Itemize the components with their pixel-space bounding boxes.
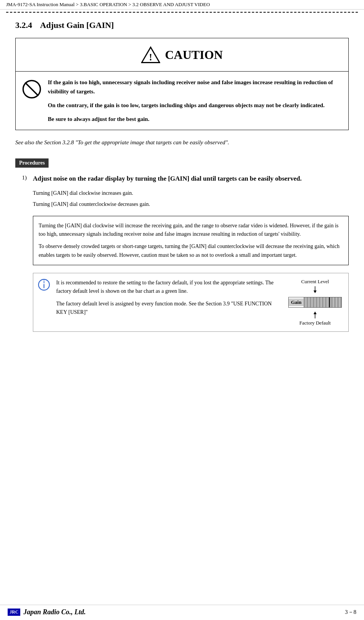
footer: JRC Japan Radio Co., Ltd. 3－8 — [0, 605, 364, 620]
factory-default-arrow — [311, 312, 319, 318]
footer-logo: JRC Japan Radio Co., Ltd. — [8, 608, 86, 616]
info-circle-icon: i — [38, 279, 50, 291]
step-note-1: Turning [GAIN] dial clockwise increases … — [33, 189, 349, 197]
svg-text:!: ! — [149, 52, 152, 62]
step-content: Adjust noise on the radar display by tur… — [33, 174, 349, 339]
step-number: 1) — [15, 174, 27, 181]
jrc-badge: JRC — [8, 609, 20, 616]
tip-box: i It is recommended to restore the setti… — [33, 273, 349, 332]
svg-marker-8 — [314, 290, 317, 293]
caution-text: If the gain is too high, unnecessary sig… — [48, 78, 342, 124]
gain-bar: Gain — [288, 297, 342, 308]
caution-title-row: ! CAUTION — [16, 38, 348, 72]
procedure-step-1: 1) Adjust noise on the radar display by … — [15, 174, 349, 339]
tip-text-col: It is recommended to restore the setting… — [55, 273, 287, 331]
info-box: Turning the [GAIN] dial clockwise will i… — [33, 216, 349, 266]
italic-note: See also the Section 3.2.8 "To get the a… — [15, 138, 349, 147]
svg-marker-9 — [314, 312, 317, 314]
current-level-label: Current Level — [301, 279, 329, 285]
svg-text:i: i — [43, 280, 45, 284]
tip-icon-col: i — [33, 273, 55, 331]
svg-line-3 — [25, 83, 39, 96]
no-symbol-icon — [22, 79, 42, 99]
gain-bar-label: Gain — [289, 299, 304, 306]
procedures-badge: Procedures — [15, 158, 349, 174]
gain-green-line — [329, 297, 330, 307]
section-header: 3.2.4 Adjust Gain [GAIN] — [15, 20, 349, 30]
caution-box: ! CAUTION If the gain is too high, unnec… — [15, 38, 349, 130]
footer-page-number: 3－8 — [345, 609, 356, 616]
footer-company-name: Japan Radio Co., Ltd. — [23, 608, 86, 616]
tip-right-col: Current Level Gain — [287, 273, 348, 331]
caution-body: If the gain is too high, unnecessary sig… — [16, 72, 348, 130]
main-content: 3.2.4 Adjust Gain [GAIN] ! CAUTION If th… — [0, 13, 364, 361]
step-note-2: Turning [GAIN] dial counterclockwise dec… — [33, 200, 349, 208]
breadcrumb: JMA-9172-SA Instruction Manual > 3.BASIC… — [0, 0, 364, 10]
current-level-arrow — [311, 286, 319, 293]
factory-default-label: Factory Default — [299, 320, 331, 326]
step-title: Adjust noise on the radar display by tur… — [33, 174, 349, 184]
gain-bar-fill — [304, 297, 341, 307]
caution-triangle-icon: ! — [141, 45, 160, 64]
caution-title: CAUTION — [165, 48, 223, 62]
